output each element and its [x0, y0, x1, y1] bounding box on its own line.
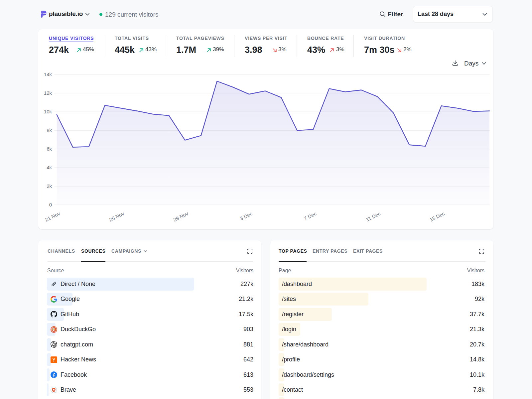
svg-text:0: 0 [49, 202, 52, 207]
svg-text:12k: 12k [44, 90, 52, 96]
svg-text:25 Nov: 25 Nov [108, 210, 125, 222]
svg-text:15 Dec: 15 Dec [429, 210, 446, 222]
svg-text:2k: 2k [47, 183, 52, 189]
svg-text:21 Nov: 21 Nov [44, 210, 61, 222]
svg-text:29 Nov: 29 Nov [172, 210, 189, 222]
svg-text:14k: 14k [44, 71, 52, 77]
svg-text:11 Dec: 11 Dec [365, 210, 382, 222]
svg-text:3 Dec: 3 Dec [239, 210, 253, 221]
svg-text:10k: 10k [44, 109, 52, 114]
svg-text:8k: 8k [47, 127, 52, 133]
svg-text:6k: 6k [47, 146, 52, 152]
svg-text:7 Dec: 7 Dec [303, 210, 317, 221]
svg-text:4k: 4k [47, 165, 52, 170]
